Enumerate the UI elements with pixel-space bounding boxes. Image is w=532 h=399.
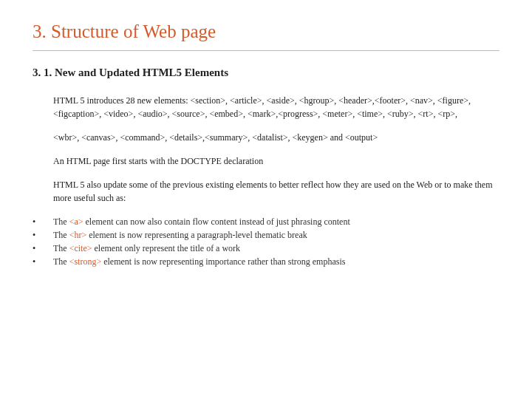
list-item-post: element can now also contain flow conten… bbox=[83, 216, 350, 227]
list-item: The <strong> element is now representing… bbox=[53, 255, 350, 268]
list-item-pre: The bbox=[53, 216, 69, 227]
bullet-markers: • • • • bbox=[33, 215, 53, 268]
bullet-marker: • bbox=[33, 242, 53, 255]
tag-hr: <hr> bbox=[69, 230, 87, 240]
list-item-pre: The bbox=[53, 230, 69, 240]
bullet-marker: • bbox=[33, 255, 53, 268]
list-item-pre: The bbox=[53, 243, 69, 253]
list-item: The <hr> element is now representing a p… bbox=[53, 228, 350, 242]
bullet-items: The <a> element can now also contain flo… bbox=[53, 215, 350, 268]
section-heading: 3. Structure of Web page bbox=[33, 18, 499, 51]
list-item-post: element only represent the title of a wo… bbox=[92, 243, 241, 253]
list-item: The <cite> element only represent the ti… bbox=[53, 242, 350, 255]
intro-paragraph-4: HTML 5 also update some of the previous … bbox=[53, 178, 499, 205]
tag-a: <a> bbox=[69, 216, 83, 227]
intro-paragraph-1: HTML 5 introduces 28 new elements: <sect… bbox=[53, 94, 499, 120]
bullet-marker: • bbox=[33, 228, 53, 242]
list-item: The <a> element can now also contain flo… bbox=[53, 215, 350, 228]
bullet-marker: • bbox=[33, 215, 53, 228]
list-item-post: element is now representing importance r… bbox=[101, 256, 345, 267]
tag-strong: <strong> bbox=[69, 256, 102, 267]
list-item-pre: The bbox=[53, 256, 69, 267]
bullet-list: • • • • The <a> element can now also con… bbox=[33, 215, 499, 268]
intro-paragraph-2: <wbr>, <canvas>, <command>, <details>,<s… bbox=[53, 131, 499, 144]
intro-paragraph-3: An HTML page first starts with the DOCTY… bbox=[53, 154, 499, 168]
tag-cite: <cite> bbox=[69, 243, 92, 253]
subsection-heading: 3. 1. New and Updated HTML5 Elements bbox=[33, 64, 499, 81]
list-item-post: element is now representing a paragraph-… bbox=[86, 230, 307, 240]
